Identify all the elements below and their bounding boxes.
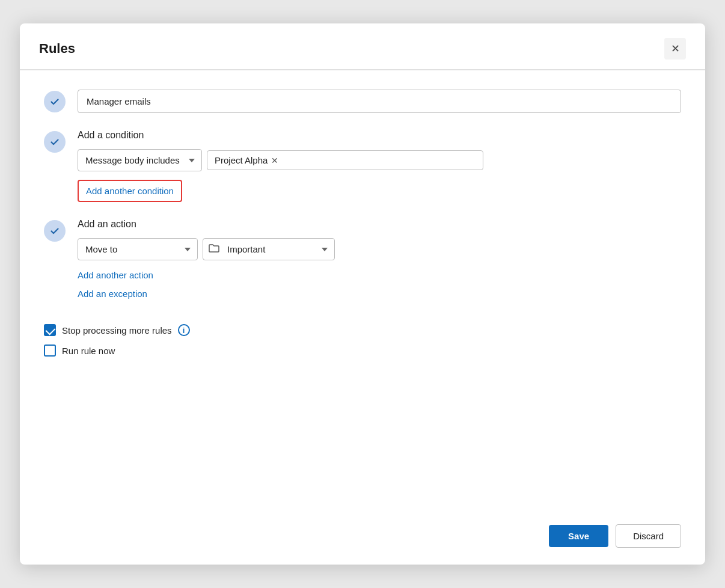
run-rule-now-label: Run rule now bbox=[62, 346, 115, 356]
action-check-icon bbox=[49, 225, 60, 236]
condition-content: Add a condition Message body includes Su… bbox=[78, 130, 681, 202]
condition-value-input[interactable]: Project Alpha ✕ bbox=[207, 150, 483, 170]
condition-tag: Project Alpha ✕ bbox=[215, 155, 278, 165]
action-check-circle bbox=[44, 220, 66, 242]
rules-dialog: Rules ✕ Add a condition bbox=[20, 23, 705, 565]
add-exception-wrap: Add an exception bbox=[78, 286, 681, 301]
condition-check-circle bbox=[44, 131, 66, 153]
action-row: Add an action Move to Copy to Delete Mar… bbox=[44, 219, 681, 301]
stop-processing-row: Stop processing more rules i bbox=[44, 324, 681, 336]
condition-row: Add a condition Message body includes Su… bbox=[44, 130, 681, 202]
close-button[interactable]: ✕ bbox=[664, 38, 686, 60]
dialog-title: Rules bbox=[39, 41, 75, 57]
condition-tag-close-button[interactable]: ✕ bbox=[271, 156, 278, 165]
save-button[interactable]: Save bbox=[549, 525, 608, 547]
rule-name-check-circle bbox=[44, 91, 66, 112]
rule-name-row bbox=[44, 90, 681, 113]
check-icon bbox=[49, 96, 60, 107]
condition-tag-text: Project Alpha bbox=[215, 155, 268, 165]
stop-processing-checkbox[interactable] bbox=[44, 324, 56, 336]
add-exception-button[interactable]: Add an exception bbox=[78, 286, 147, 301]
discard-button[interactable]: Discard bbox=[616, 524, 681, 548]
condition-type-dropdown-wrapper: Message body includes Subject includes F… bbox=[78, 149, 202, 171]
action-type-select[interactable]: Move to Copy to Delete Mark as read bbox=[78, 238, 198, 260]
condition-check-icon bbox=[49, 136, 60, 147]
rule-name-input[interactable] bbox=[78, 90, 681, 113]
rule-name-content bbox=[78, 90, 681, 113]
dialog-footer: Save Discard bbox=[20, 512, 705, 565]
stop-processing-info-icon[interactable]: i bbox=[178, 324, 190, 336]
action-inputs-row: Move to Copy to Delete Mark as read bbox=[78, 238, 681, 260]
add-condition-button-wrap: Add another condition bbox=[78, 180, 182, 202]
folder-select[interactable]: Important Inbox Archive bbox=[203, 238, 335, 260]
condition-type-select[interactable]: Message body includes Subject includes F… bbox=[78, 149, 202, 171]
action-type-dropdown-wrapper: Move to Copy to Delete Mark as read bbox=[78, 238, 198, 260]
action-label: Add an action bbox=[78, 219, 681, 230]
checkboxes-area: Stop processing more rules i Run rule no… bbox=[44, 324, 681, 357]
folder-dropdown-wrapper: Important Inbox Archive bbox=[203, 238, 335, 260]
add-condition-button[interactable]: Add another condition bbox=[79, 181, 181, 201]
run-rule-now-checkbox[interactable] bbox=[44, 345, 56, 357]
run-rule-now-row: Run rule now bbox=[44, 345, 681, 357]
action-content: Add an action Move to Copy to Delete Mar… bbox=[78, 219, 681, 301]
add-action-wrap: Add another action bbox=[78, 268, 681, 283]
dialog-header: Rules ✕ bbox=[20, 23, 705, 70]
condition-inputs-row: Message body includes Subject includes F… bbox=[78, 149, 681, 171]
condition-label: Add a condition bbox=[78, 130, 681, 141]
add-action-button[interactable]: Add another action bbox=[78, 268, 153, 283]
stop-processing-label: Stop processing more rules bbox=[62, 325, 172, 335]
dialog-body: Add a condition Message body includes Su… bbox=[20, 70, 705, 512]
